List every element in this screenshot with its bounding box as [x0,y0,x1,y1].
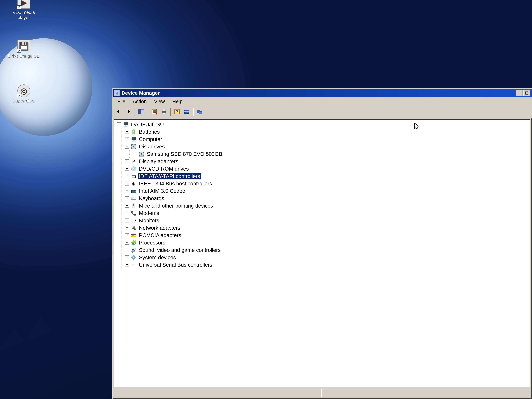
toolbar: ? [113,106,532,118]
tree-item-label: Computer [138,136,163,142]
expand-icon[interactable]: + [125,248,129,252]
toolbar-separator [193,108,193,116]
tree-category[interactable]: +◈IEEE 1394 Bus host controllers [114,180,530,187]
tree-category[interactable]: +🖥Display adapters [114,158,530,165]
menu-view[interactable]: View [150,98,169,105]
tree-category[interactable]: +🖥️Computer [114,135,530,143]
tree-joint-icon [133,152,137,156]
desktop-icon-driveimage[interactable]: 💾↗ Drive Image SE [8,40,40,58]
expand-icon[interactable]: + [125,196,129,200]
expand-icon[interactable]: + [125,174,129,178]
wallpaper-mountains [0,307,119,399]
tree-category[interactable]: +🔌Network adapters [114,224,530,232]
computer-icon: 🖥️ [131,136,137,142]
tree-category[interactable]: +🖵Monitors [114,217,530,224]
tree-item-label: Intel AIM 3.0 Codec [138,188,186,194]
device-manager-window: 🖥 Device Manager _ ☐ File Action View He… [112,89,532,399]
sound-icon: 🔊 [131,247,137,253]
remote-computer-button[interactable] [195,107,204,116]
tree-category[interactable]: +📺Intel AIM 3.0 Codec [114,187,530,195]
expand-icon[interactable]: + [125,263,129,267]
tree-category[interactable]: +💳PCMCIA adapters [114,232,530,239]
minimize-button[interactable]: _ [516,90,523,96]
status-pane [323,389,530,397]
tree-category[interactable]: +🔋Batteries [114,128,530,135]
back-button[interactable] [114,107,123,116]
tree-item-label: Disk drives [138,143,166,150]
props-icon [151,108,157,115]
cdrom-icon: 💿 [131,166,137,172]
maximize-button[interactable]: ☐ [523,90,530,96]
tree-item-label: Display adapters [138,158,179,165]
vlc-icon: ▶↗ [17,0,30,9]
tree-category[interactable]: +ᯤUniversal Serial Bus controllers [114,261,530,268]
expand-icon[interactable]: + [125,241,129,245]
expand-icon[interactable]: + [125,189,129,193]
tree-item-label: DADFUJITSU [130,121,165,128]
codec-icon: 📺 [131,188,137,194]
expand-icon[interactable]: + [125,233,129,237]
tree-category[interactable]: +🖱️Mice and other pointing devices [114,202,530,209]
desktop-icon-supermium[interactable]: ◎↗ Supermium [8,84,40,103]
tree-category[interactable]: +⌨️Keyboards [114,195,530,202]
tree-category[interactable]: +🖴IDE ATA/ATAPI controllers [114,172,530,180]
tree-device[interactable]: 💽Samsung SSD 870 EVO 500GB [114,150,530,158]
properties-button[interactable] [150,107,159,116]
expand-icon[interactable]: + [125,255,129,260]
supermium-icon: ◎↗ [17,84,30,97]
titlebar[interactable]: 🖥 Device Manager _ ☐ [113,89,532,97]
monitor-icon: 🖵 [131,218,137,223]
tree-category[interactable]: +🧩Processors [114,239,530,246]
tree-category[interactable]: +💿DVD/CD-ROM drives [114,165,530,172]
desktop-icon-label: Supermium [8,98,40,103]
shortcut-arrow-icon: ↗ [17,94,21,97]
usb-icon: ᯤ [131,262,137,268]
drive-image-icon: 💾↗ [17,40,30,52]
tree-category[interactable]: +⚙️System devices [114,254,530,261]
disk-icon: 💽 [131,144,137,150]
device-tree[interactable]: −🖥️DADFUJITSU+🔋Batteries+🖥️Computer−💽Dis… [114,119,530,387]
toolbar-separator [135,108,135,116]
ide-icon: 🖴 [131,173,137,179]
tree-category[interactable]: +🔊Sound, video and game controllers [114,246,530,254]
menu-action[interactable]: Action [129,98,150,105]
tree-item-label: Modems [138,210,160,216]
tree-item-label: IDE ATA/ATAPI controllers [138,173,201,179]
print-button[interactable] [159,107,169,116]
expand-icon[interactable]: + [125,211,129,215]
svg-rect-5 [163,112,165,114]
tree-category[interactable]: −💽Disk drives [114,143,530,150]
help-button[interactable]: ? [172,107,182,116]
collapse-icon[interactable]: − [117,122,121,127]
tree-icon [138,108,145,115]
printer-icon [161,108,167,115]
menu-file[interactable]: File [114,98,129,105]
status-pane [114,389,322,397]
toolbar-separator [148,108,148,116]
expand-icon[interactable]: + [125,219,129,222]
firewire-icon: ◈ [131,181,137,186]
system-icon: ⚙️ [131,254,137,260]
tree-root[interactable]: −🖥️DADFUJITSU [114,121,530,128]
expand-icon[interactable]: + [125,204,129,208]
remote-icon [196,108,203,115]
forward-button[interactable] [124,107,133,116]
expand-icon[interactable]: + [125,130,129,134]
menu-help[interactable]: Help [169,98,186,105]
collapse-icon[interactable]: − [125,145,129,149]
desktop-icon-vlc[interactable]: ▶↗ VLC media player [8,0,40,20]
help-icon: ? [174,108,180,115]
statusbar [114,389,530,397]
network-icon: 🔌 [131,225,137,231]
show-hide-tree-button[interactable] [137,107,146,116]
expand-icon[interactable]: + [125,167,129,171]
computer-icon: 🖥️ [123,121,129,127]
expand-icon[interactable]: + [125,137,129,141]
expand-icon[interactable]: + [125,159,129,163]
expand-icon[interactable]: + [125,182,129,185]
expand-icon[interactable]: + [125,226,129,230]
scan-hardware-button[interactable] [182,107,191,116]
tree-item-label: Sound, video and game controllers [138,247,221,253]
tree-category[interactable]: +📞Modems [114,209,530,217]
tree-item-label: Samsung SSD 870 EVO 500GB [146,151,223,157]
